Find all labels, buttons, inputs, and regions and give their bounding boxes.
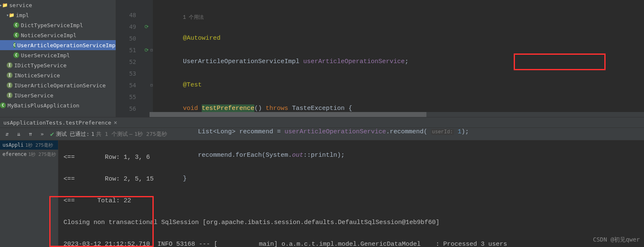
close-icon[interactable]: ×	[114, 119, 117, 126]
line-number[interactable]: 50	[116, 33, 153, 44]
fold-icon[interactable]: ⊟	[150, 44, 153, 56]
tree-main-class[interactable]: C MyBatisPlusApplication	[0, 100, 116, 110]
tree-label: INoticeService	[14, 72, 60, 79]
collapse-icon[interactable]: ⇈	[27, 130, 34, 138]
tree-package-impl[interactable]: ▾📁 impl	[0, 10, 116, 20]
param-hint: userId:	[431, 129, 454, 135]
console-line: <== Row: 2, 5, 15	[63, 174, 639, 185]
tree-class-item[interactable]: C UserServiceImpl	[0, 50, 116, 60]
line-number[interactable]: 52	[116, 56, 153, 68]
class-icon: C	[13, 42, 15, 48]
line-number[interactable]: 55	[116, 91, 153, 103]
tree-label: IDictTypeService	[14, 62, 66, 69]
annotation: @Autowired	[183, 35, 221, 42]
tree-class-item[interactable]: C DictTypeServiceImpl	[0, 20, 116, 30]
code-content[interactable]: 1 个用法 @Autowired UserArticleOperationSer…	[153, 0, 644, 117]
tree-class-item[interactable]: C NoticeServiceImpl	[0, 30, 116, 40]
project-tree[interactable]: ▸📁 service ▾📁 impl C DictTypeServiceImpl…	[0, 0, 116, 117]
code-keyword: void	[183, 105, 198, 112]
code-method-decl: testPreference	[202, 104, 254, 112]
code-var: recommend	[239, 128, 273, 135]
tree-label: IUserArticleOperationService	[14, 82, 106, 89]
status-count: 1	[91, 131, 94, 137]
line-number[interactable]: 56	[116, 103, 153, 115]
line-number[interactable]: 48	[116, 9, 153, 21]
status-total: 共 1 个测试	[96, 130, 127, 138]
check-icon: ✔	[50, 130, 54, 138]
line-number[interactable]: 54⊟	[116, 79, 153, 91]
code-field: userArticleOperationService	[284, 128, 386, 135]
tree-label: MyBatisPlusApplication	[8, 102, 79, 109]
code-type: List	[198, 128, 213, 135]
expand-icon[interactable]: ⇊	[15, 130, 23, 138]
class-icon: C	[13, 52, 19, 58]
tree-label: UserArticleOperationServiceImpl	[17, 42, 116, 48]
tree-label: DictTypeServiceImpl	[21, 22, 83, 28]
line-number[interactable]: 53	[116, 68, 153, 79]
class-icon: C	[13, 32, 19, 38]
editor-gutter: 48 49⟳ 50 51⟳⊟ 52 53 54⊟ 55 56	[116, 0, 153, 117]
class-icon: C	[0, 102, 6, 108]
test-tree-node[interactable]: eference 1秒 275毫秒	[0, 150, 58, 159]
test-node-duration: 1秒 275毫秒	[28, 151, 56, 158]
interface-icon: I	[7, 82, 13, 88]
tree-label: impl	[16, 12, 29, 18]
tree-label: NoticeServiceImpl	[21, 32, 76, 38]
console-line: <== Row: 1, 3, 6	[63, 152, 639, 163]
usage-hint: 1 个用法	[183, 15, 204, 20]
tree-interface-item[interactable]: I IUserService	[0, 90, 116, 100]
test-tree[interactable]: usAppli 1秒 275毫秒 eference 1秒 275毫秒	[0, 140, 58, 247]
tree-package-service[interactable]: ▸📁 service	[0, 0, 116, 10]
more-icon[interactable]: »	[38, 130, 46, 138]
annotation: @Test	[183, 81, 202, 89]
run-tab-label: usApplicationTests.testPreference	[3, 120, 111, 126]
tree-interface-item[interactable]: I INoticeService	[0, 70, 116, 80]
console-line: Closing non transactional SqlSession [or…	[63, 217, 639, 228]
test-tree-node[interactable]: usAppli 1秒 275毫秒	[0, 140, 58, 150]
tree-interface-item[interactable]: I IDictTypeService	[0, 60, 116, 70]
test-status: ✔ 测试 已通过: 1 共 1 个测试 – 1秒 275毫秒	[50, 130, 167, 138]
toggle-tree-icon[interactable]: ⇵	[3, 130, 11, 138]
class-icon: C	[13, 22, 19, 28]
tree-label: service	[9, 2, 32, 8]
tree-label: UserServiceImpl	[21, 52, 70, 59]
test-node-duration: 1秒 275毫秒	[25, 142, 53, 148]
tree-interface-item[interactable]: I IUserArticleOperationService	[0, 80, 116, 90]
test-node-label: eference	[3, 151, 27, 157]
run-tab[interactable]: usApplicationTests.testPreference ×	[0, 117, 121, 127]
tree-label: IUserService	[14, 92, 53, 99]
interface-icon: I	[7, 72, 13, 78]
tree-class-item-selected[interactable]: C UserArticleOperationServiceImpl	[0, 40, 116, 50]
test-node-label: usAppli	[3, 142, 24, 148]
code-type: TasteException	[292, 105, 345, 112]
interface-icon: I	[7, 62, 13, 68]
code-editor[interactable]: 48 49⟳ 50 51⟳⊟ 52 53 54⊟ 55 56 1 个用法 @Au…	[116, 0, 644, 117]
status-prefix: 测试 已通过:	[56, 130, 90, 138]
run-gutter-icon[interactable]: ⟳	[145, 44, 149, 56]
console-output[interactable]: <== Row: 1, 3, 6 <== Row: 2, 5, 15 <== T…	[58, 140, 644, 247]
line-number[interactable]: 49⟳	[116, 21, 153, 33]
code-type: Long	[217, 128, 232, 135]
line-number[interactable]: 51⟳⊟	[116, 44, 153, 56]
fold-icon[interactable]: ⊟	[150, 79, 153, 91]
status-dash: –	[129, 131, 133, 137]
code-number: 1	[458, 128, 461, 135]
code-keyword: throws	[266, 105, 288, 112]
code-field: userArticleOperationService	[303, 58, 405, 65]
console-line: <== Total: 22	[63, 196, 639, 206]
folder-icon: ▾📁	[7, 11, 14, 19]
watermark: CSDN @初见qwer	[593, 236, 640, 244]
code-type: UserArticleOperationServiceImpl	[183, 58, 299, 65]
editor-scrollbar[interactable]	[150, 112, 644, 117]
console-line: 2023-03-12 21:12:52.710 INFO 53168 --- […	[63, 239, 639, 247]
interface-icon: I	[7, 92, 13, 98]
run-gutter-icon[interactable]: ⟳	[145, 21, 149, 33]
folder-icon: ▸📁	[0, 1, 8, 9]
code-call: recommend	[390, 128, 423, 135]
scrollbar-thumb[interactable]	[150, 112, 426, 117]
